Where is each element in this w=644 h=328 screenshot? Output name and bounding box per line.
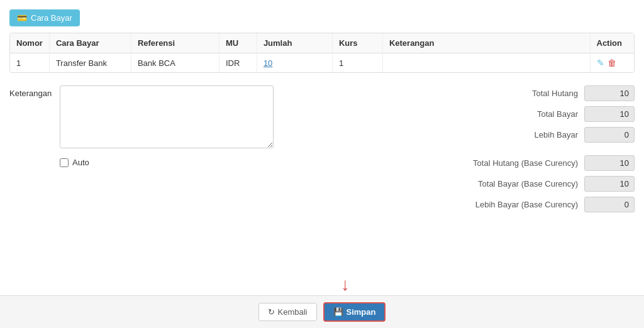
lebih-bayar-base-row: Lebih Bayar (Base Curency) 0	[286, 197, 635, 212]
total-hutang-base-label: Total Hutang (Base Curency)	[440, 158, 578, 168]
kembali-label: Kembali	[278, 307, 308, 317]
lebih-bayar-base-label: Lebih Bayar (Base Curency)	[440, 200, 578, 209]
total-hutang-base-value: 10	[584, 155, 635, 171]
total-bayar-base-row: Total Bayar (Base Curency) 10	[286, 176, 635, 192]
col-referensi: Referensi	[131, 33, 219, 53]
keterangan-textarea[interactable]	[60, 85, 274, 148]
cell-jumlah[interactable]: 10	[257, 53, 332, 73]
cara-bayar-button[interactable]: 💳 Cara Bayar	[9, 9, 80, 26]
auto-checkbox[interactable]	[60, 158, 69, 167]
payment-table: Nomor Cara Bayar Referensi MU Jumlah Kur…	[10, 33, 634, 72]
auto-row: Auto	[60, 158, 274, 167]
col-cara-bayar: Cara Bayar	[49, 33, 131, 53]
page-wrapper: 💳 Cara Bayar Nomor Cara Bayar Referensi …	[0, 0, 644, 328]
lebih-bayar-base-value: 0	[584, 197, 635, 212]
cell-mu: IDR	[219, 53, 257, 73]
col-action: Action	[590, 33, 634, 53]
lebih-bayar-label: Lebih Bayar	[440, 130, 578, 139]
total-bayar-value: 10	[584, 106, 635, 122]
kembali-icon: ↻	[268, 307, 275, 317]
col-kurs: Kurs	[332, 33, 382, 53]
bottom-section: Keterangan Auto Total Hutang 10 Total Ba…	[9, 85, 635, 217]
total-hutang-label: Total Hutang	[440, 89, 578, 98]
cara-bayar-button-label: Cara Bayar	[31, 13, 72, 23]
col-jumlah: Jumlah	[257, 33, 332, 53]
simpan-icon: 💾	[333, 307, 343, 317]
edit-icon[interactable]: ✎	[597, 58, 604, 68]
cell-kurs: 1	[332, 53, 382, 73]
payment-table-wrapper: Nomor Cara Bayar Referensi MU Jumlah Kur…	[9, 33, 635, 73]
cell-keterangan	[382, 53, 590, 73]
simpan-button[interactable]: 💾 Simpan	[323, 302, 386, 322]
lebih-bayar-value: 0	[584, 127, 635, 143]
cell-cara-bayar: Transfer Bank	[49, 53, 131, 73]
table-row: 1 Transfer Bank Bank BCA IDR 10 1 ✎ 🗑	[10, 53, 634, 73]
total-hutang-row: Total Hutang 10	[286, 85, 635, 101]
auto-label: Auto	[72, 158, 89, 167]
total-bayar-label: Total Bayar	[440, 109, 578, 119]
cell-nomor: 1	[10, 53, 49, 73]
arrow-indicator: ↓	[341, 276, 350, 293]
left-section: Keterangan Auto	[9, 85, 274, 217]
total-bayar-row: Total Bayar 10	[286, 106, 635, 122]
kembali-button[interactable]: ↻ Kembali	[258, 303, 317, 321]
cell-action: ✎ 🗑	[590, 53, 634, 73]
col-keterangan: Keterangan	[382, 33, 590, 53]
total-hutang-value: 10	[584, 85, 635, 101]
col-mu: MU	[219, 33, 257, 53]
cell-referensi: Bank BCA	[131, 53, 219, 73]
simpan-label: Simpan	[347, 307, 376, 317]
lebih-bayar-row: Lebih Bayar 0	[286, 127, 635, 143]
credit-card-icon: 💳	[17, 13, 27, 23]
col-nomor: Nomor	[10, 33, 49, 53]
right-section: Total Hutang 10 Total Bayar 10 Lebih Bay…	[286, 85, 635, 217]
keterangan-label: Keterangan	[9, 85, 53, 98]
table-header-row: Nomor Cara Bayar Referensi MU Jumlah Kur…	[10, 33, 634, 53]
footer-bar: ↻ Kembali 💾 Simpan	[0, 295, 644, 328]
total-bayar-base-label: Total Bayar (Base Curency)	[440, 179, 578, 189]
delete-icon[interactable]: 🗑	[608, 58, 616, 68]
total-bayar-base-value: 10	[584, 176, 635, 192]
total-hutang-base-row: Total Hutang (Base Curency) 10	[286, 155, 635, 171]
keterangan-row: Keterangan	[9, 85, 274, 148]
